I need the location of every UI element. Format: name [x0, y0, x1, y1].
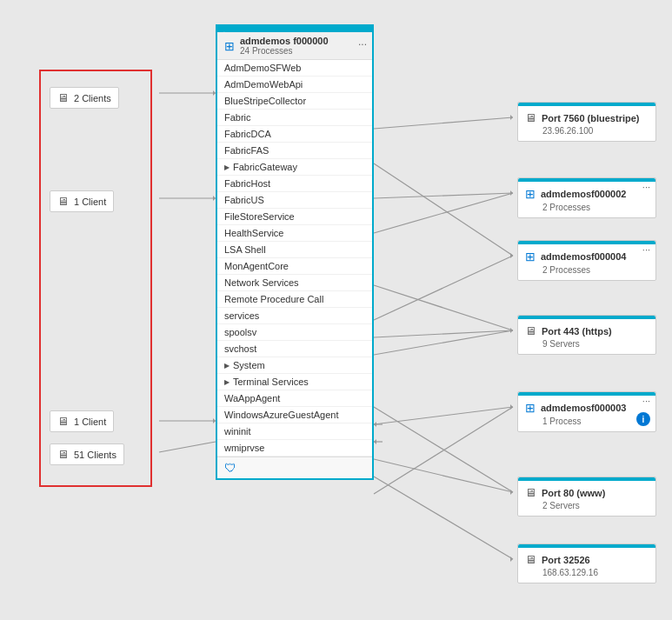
process-item-15[interactable]: services	[217, 308, 372, 324]
box-adm2[interactable]: ··· ⊞ admdemosf000002 2 Processes	[517, 177, 656, 218]
svg-line-30	[374, 285, 513, 330]
process-item-18[interactable]: System	[217, 357, 372, 374]
box-adm4[interactable]: ··· ⊞ admdemosf000004 2 Processes	[517, 240, 656, 281]
process-item-5[interactable]: FabricFAS	[217, 143, 372, 159]
shield-icon: 🛡	[224, 461, 236, 475]
box-port32526-header: 🖥 Port 32526	[525, 553, 649, 566]
process-item-6[interactable]: FabricGateway	[217, 159, 372, 176]
monitor-icon-4: 🖥	[57, 448, 69, 461]
svg-line-9	[374, 117, 513, 129]
process-item-12[interactable]: MonAgentCore	[217, 258, 372, 275]
box-adm4-title: admdemosf000004	[541, 251, 626, 262]
process-panel-subtitle: 24 Processes	[240, 46, 329, 56]
diagram-container: 🖥 2 Clients 🖥 1 Client 🖥 1 Client 🖥 51 C…	[0, 0, 672, 620]
process-item-9[interactable]: FileStoreService	[217, 209, 372, 225]
svg-line-15	[374, 330, 513, 337]
process-item-20[interactable]: WaAppAgent	[217, 390, 372, 407]
process-item-0[interactable]: AdmDemoSFWeb	[217, 60, 372, 77]
client-label-3: 1 Client	[74, 417, 106, 427]
monitor-icon-port7560: 🖥	[525, 111, 536, 124]
box-port80-subtitle: 2 Servers	[525, 501, 649, 510]
process-item-19[interactable]: Terminal Services	[217, 374, 372, 390]
svg-line-31	[374, 407, 513, 492]
process-panel-more[interactable]: ...	[358, 36, 367, 48]
process-list: AdmDemoSFWeb AdmDemoWebApi BlueStripeCol…	[217, 60, 372, 457]
svg-marker-16	[510, 328, 513, 333]
box-adm3-header: ⊞ admdemosf000003	[525, 401, 649, 415]
svg-line-23	[374, 459, 513, 492]
svg-line-29	[374, 193, 513, 233]
box-adm4-header: ⊞ admdemosf000004	[525, 250, 649, 263]
svg-line-27	[374, 407, 513, 494]
svg-marker-26	[510, 557, 513, 562]
svg-line-17	[374, 407, 513, 424]
client-node-2[interactable]: 🖥 1 Client	[50, 190, 114, 212]
windows-icon-adm2: ⊞	[525, 187, 536, 201]
svg-line-7	[159, 442, 216, 452]
client-label-2: 1 Client	[74, 197, 106, 207]
process-panel-footer: 🛡	[217, 457, 372, 478]
box-adm4-more[interactable]: ···	[642, 244, 650, 255]
monitor-icon-3: 🖥	[57, 415, 69, 428]
client-node-1[interactable]: 🖥 2 Clients	[50, 87, 119, 109]
svg-line-25	[374, 477, 513, 559]
monitor-icon-port443: 🖥	[525, 324, 536, 337]
process-item-7[interactable]: FabricHost	[217, 176, 372, 192]
svg-line-32	[374, 330, 513, 355]
process-item-14[interactable]: Remote Procedure Call	[217, 291, 372, 308]
box-port80-header: 🖥 Port 80 (www)	[525, 486, 649, 499]
box-port443-title: Port 443 (https)	[542, 326, 612, 337]
box-port7560-subtitle: 23.96.26.100	[525, 126, 649, 136]
box-port443[interactable]: 🖥 Port 443 (https) 9 Servers	[517, 315, 656, 355]
process-item-21[interactable]: WindowsAzureGuestAgent	[217, 407, 372, 423]
process-panel-header: ⊞ admdemos f000000 24 Processes ...	[217, 32, 372, 60]
process-item-16[interactable]: spoolsv	[217, 324, 372, 341]
process-item-11[interactable]: LSA Shell	[217, 242, 372, 258]
process-item-13[interactable]: Network Services	[217, 275, 372, 291]
svg-marker-20	[374, 422, 376, 427]
box-port443-subtitle: 9 Servers	[525, 339, 649, 349]
box-adm3-title: admdemosf000003	[541, 403, 626, 413]
process-item-22[interactable]: wininit	[217, 423, 372, 440]
box-port80-title: Port 80 (www)	[542, 488, 605, 498]
box-port443-header: 🖥 Port 443 (https)	[525, 324, 649, 337]
windows-icon-adm4: ⊞	[525, 250, 536, 263]
monitor-icon-port80: 🖥	[525, 486, 536, 499]
process-item-4[interactable]: FabricDCA	[217, 126, 372, 143]
clients-panel: 🖥 2 Clients 🖥 1 Client 🖥 1 Client 🖥 51 C…	[39, 70, 152, 487]
svg-marker-24	[510, 490, 513, 495]
box-adm2-header: ⊞ admdemosf000002	[525, 187, 649, 201]
svg-marker-10	[510, 115, 513, 120]
process-item-1[interactable]: AdmDemoWebApi	[217, 77, 372, 93]
box-adm2-subtitle: 2 Processes	[525, 203, 649, 212]
windows-icon-main: ⊞	[224, 39, 235, 53]
client-node-4[interactable]: 🖥 51 Clients	[50, 443, 124, 465]
svg-marker-12	[510, 190, 513, 196]
client-node-3[interactable]: 🖥 1 Client	[50, 410, 114, 432]
box-adm3-subtitle: 1 Process	[525, 417, 649, 426]
svg-line-11	[374, 193, 513, 198]
process-item-10[interactable]: HealthService	[217, 225, 372, 242]
svg-line-28	[374, 163, 513, 256]
info-icon-adm3: i	[636, 412, 650, 426]
monitor-icon-1: 🖥	[57, 91, 69, 104]
box-adm3-more[interactable]: ···	[642, 396, 650, 406]
svg-marker-18	[510, 404, 513, 410]
process-item-2[interactable]: BlueStripeCollector	[217, 93, 372, 110]
box-adm2-title: admdemosf000002	[541, 189, 626, 199]
box-port32526[interactable]: 🖥 Port 32526 168.63.129.16	[517, 543, 656, 583]
box-port80[interactable]: 🖥 Port 80 (www) 2 Servers	[517, 477, 656, 517]
process-item-17[interactable]: svchost	[217, 341, 372, 357]
process-panel-title: admdemos f000000	[240, 36, 329, 46]
box-port7560[interactable]: 🖥 Port 7560 (bluestripe) 23.96.26.100	[517, 102, 656, 142]
process-item-23[interactable]: wmiprvse	[217, 440, 372, 457]
box-adm3[interactable]: ··· ⊞ admdemosf000003 1 Process i	[517, 391, 656, 432]
box-port7560-header: 🖥 Port 7560 (bluestripe)	[525, 111, 649, 124]
monitor-icon-2: 🖥	[57, 195, 69, 208]
box-adm2-more[interactable]: ···	[642, 182, 650, 192]
client-label-4: 51 Clients	[74, 450, 116, 460]
svg-line-13	[374, 256, 513, 320]
process-item-8[interactable]: FabricUS	[217, 192, 372, 209]
process-item-3[interactable]: Fabric	[217, 110, 372, 126]
svg-marker-22	[374, 439, 376, 444]
